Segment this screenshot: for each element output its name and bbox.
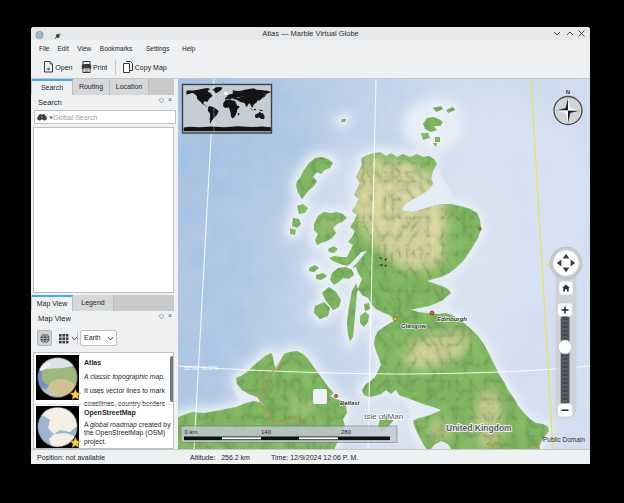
svg-text:55°00' 00.0"N: 55°00' 00.0"N [184,365,218,371]
svg-text:Public Domain: Public Domain [543,436,585,443]
svg-text:140: 140 [261,429,272,435]
svg-text:N: N [566,89,570,95]
svg-text:Edinburgh: Edinburgh [437,316,467,322]
svg-text:United Kingdom: United Kingdom [446,423,512,433]
svg-text:0 km: 0 km [185,429,198,435]
svg-text:Glasgow: Glasgow [401,323,426,329]
svg-text:Isle of Man: Isle of Man [364,412,403,421]
svg-text:Belfast: Belfast [340,400,360,406]
svg-text:280: 280 [341,429,352,435]
